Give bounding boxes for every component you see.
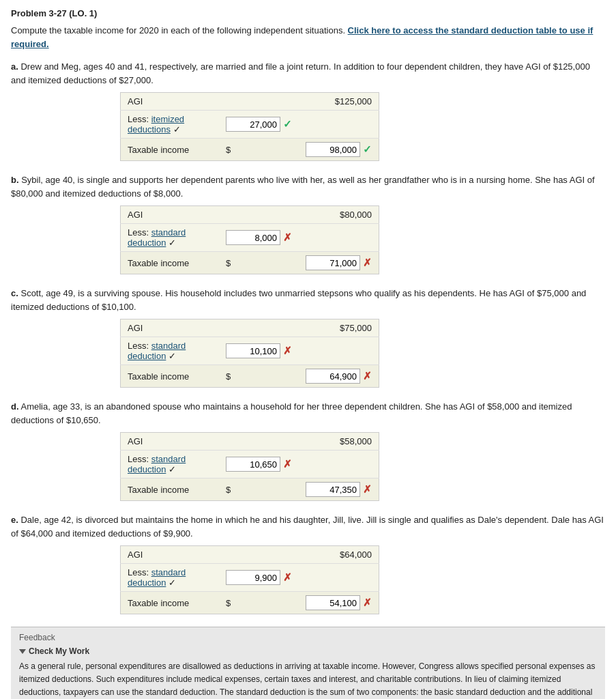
agi-label-4: AGI (121, 546, 220, 564)
dollar-sign-3: $ (219, 479, 299, 501)
deduction-link-0[interactable]: itemized deductions (128, 114, 184, 134)
x-icon: ✗ (283, 345, 292, 357)
less-label-2: Less: standard deduction ✓ (121, 337, 220, 365)
calc-table-4: AGI$64,000Less: standard deduction ✓✗Tax… (120, 545, 379, 614)
table-row: Taxable income$✗ (121, 479, 379, 501)
agi-label-1: AGI (121, 206, 220, 224)
taxable-input-2[interactable] (306, 369, 360, 384)
taxable-input-0[interactable] (306, 142, 360, 157)
calc-table-2: AGI$75,000Less: standard deduction ✓✗Tax… (120, 319, 379, 388)
input-cell-1: ✗ (219, 224, 299, 252)
dollar-sign-4: $ (219, 592, 299, 614)
less-label-0: Less: itemized deductions ✓ (121, 111, 220, 139)
input-cell-3: ✗ (219, 451, 299, 479)
section-c: c. Scott, age 49, is a surviving spouse.… (11, 287, 605, 388)
taxable-label-4: Taxable income (121, 592, 220, 614)
agi-value-3: $58,000 (219, 433, 379, 451)
deduction-link-3[interactable]: standard deduction (128, 454, 186, 474)
x-icon: ✗ (283, 231, 292, 244)
deduction-link-4[interactable]: standard deduction (128, 567, 186, 588)
deduction-link-2[interactable]: standard deduction (128, 341, 186, 361)
table-row: Less: standard deduction ✓✗ (121, 224, 379, 252)
table-row: AGI$75,000 (121, 319, 379, 337)
agi-label-3: AGI (121, 433, 220, 451)
section-letter-1: b. (11, 175, 19, 185)
table-row: Less: itemized deductions ✓✓ (121, 111, 379, 139)
section-desc-3: d. Amelia, age 33, is an abandoned spous… (11, 400, 605, 427)
calc-table-0: AGI$125,000Less: itemized deductions ✓✓T… (120, 92, 379, 161)
section-letter-4: e. (11, 515, 18, 525)
section-d: d. Amelia, age 33, is an abandoned spous… (11, 400, 605, 501)
input-cell-4: ✗ (219, 564, 299, 592)
triangle-icon (19, 649, 26, 654)
taxable-input-1[interactable] (306, 255, 360, 270)
table-row: Taxable income$✗ (121, 365, 379, 388)
table-row: AGI$58,000 (121, 433, 379, 451)
calc-table-1: AGI$80,000Less: standard deduction ✓✗Tax… (120, 205, 379, 274)
taxable-label-2: Taxable income (121, 365, 220, 388)
check-icon: ✓ (363, 143, 372, 156)
intro-paragraph: Compute the taxable income for 2020 in e… (11, 24, 605, 51)
deduction-input-4[interactable] (226, 570, 280, 585)
check-my-work[interactable]: Check My Work (19, 646, 597, 656)
table-row: Less: standard deduction ✓✗ (121, 564, 379, 592)
deduction-input-2[interactable] (226, 343, 280, 358)
dollar-sign-2: $ (219, 365, 299, 388)
table-container-4: AGI$64,000Less: standard deduction ✓✗Tax… (120, 545, 605, 614)
taxable-input-3[interactable] (306, 482, 360, 497)
problem-title: Problem 3-27 (LO. 1) (11, 8, 605, 18)
table-row: AGI$80,000 (121, 206, 379, 224)
agi-value-1: $80,000 (219, 206, 379, 224)
deduction-input-1[interactable] (226, 230, 280, 245)
deduction-input-0[interactable] (226, 117, 280, 132)
table-row: Less: standard deduction ✓✗ (121, 451, 379, 479)
agi-label-2: AGI (121, 319, 220, 337)
table-container-0: AGI$125,000Less: itemized deductions ✓✓T… (120, 92, 605, 161)
x-icon: ✗ (283, 571, 292, 584)
table-container-2: AGI$75,000Less: standard deduction ✓✗Tax… (120, 319, 605, 388)
table-row: Taxable income$✗ (121, 592, 379, 614)
x-icon: ✗ (283, 458, 292, 470)
less-label-4: Less: standard deduction ✓ (121, 564, 220, 592)
table-row: Taxable income$✗ (121, 252, 379, 274)
taxable-input-cell-4: ✗ (299, 592, 379, 614)
section-e: e. Dale, age 42, is divorced but maintai… (11, 513, 605, 614)
x-icon: ✗ (363, 597, 372, 609)
feedback-title: Feedback (19, 633, 597, 642)
section-desc-4: e. Dale, age 42, is divorced but maintai… (11, 513, 605, 540)
taxable-input-cell-2: ✗ (299, 365, 379, 388)
agi-label-0: AGI (121, 93, 220, 111)
section-letter-0: a. (11, 61, 18, 72)
deduction-input-3[interactable] (226, 457, 280, 472)
agi-value-2: $75,000 (219, 319, 379, 337)
calc-table-3: AGI$58,000Less: standard deduction ✓✗Tax… (120, 432, 379, 501)
less-label-3: Less: standard deduction ✓ (121, 451, 220, 479)
intro-text1: Compute the taxable income for 2020 in e… (11, 25, 348, 35)
section-desc-2: c. Scott, age 49, is a surviving spouse.… (11, 287, 605, 313)
section-a: a. Drew and Meg, ages 40 and 41, respect… (11, 60, 605, 161)
taxable-input-4[interactable] (306, 595, 360, 610)
taxable-input-cell-3: ✗ (299, 479, 379, 501)
x-icon: ✗ (363, 370, 372, 382)
x-icon: ✗ (363, 257, 372, 269)
agi-value-4: $64,000 (219, 546, 379, 564)
dollar-sign-0: $ (219, 139, 299, 161)
table-row: Taxable income$✓ (121, 139, 379, 161)
deduction-link-1[interactable]: standard deduction (128, 227, 186, 248)
section-letter-2: c. (11, 288, 18, 298)
section-desc-1: b. Sybil, age 40, is single and supports… (11, 173, 605, 200)
input-cell-0: ✓ (219, 111, 299, 139)
table-row: AGI$125,000 (121, 93, 379, 111)
taxable-input-cell-0: ✓ (299, 139, 379, 161)
section-desc-0: a. Drew and Meg, ages 40 and 41, respect… (11, 60, 605, 87)
taxable-label-0: Taxable income (121, 139, 220, 161)
taxable-label-3: Taxable income (121, 479, 220, 501)
taxable-label-1: Taxable income (121, 252, 220, 274)
section-letter-3: d. (11, 401, 19, 412)
table-container-3: AGI$58,000Less: standard deduction ✓✗Tax… (120, 432, 605, 501)
input-cell-2: ✗ (219, 337, 299, 365)
x-icon: ✗ (363, 483, 372, 496)
dollar-sign-1: $ (219, 252, 299, 274)
table-row: Less: standard deduction ✓✗ (121, 337, 379, 365)
less-label-1: Less: standard deduction ✓ (121, 224, 220, 252)
